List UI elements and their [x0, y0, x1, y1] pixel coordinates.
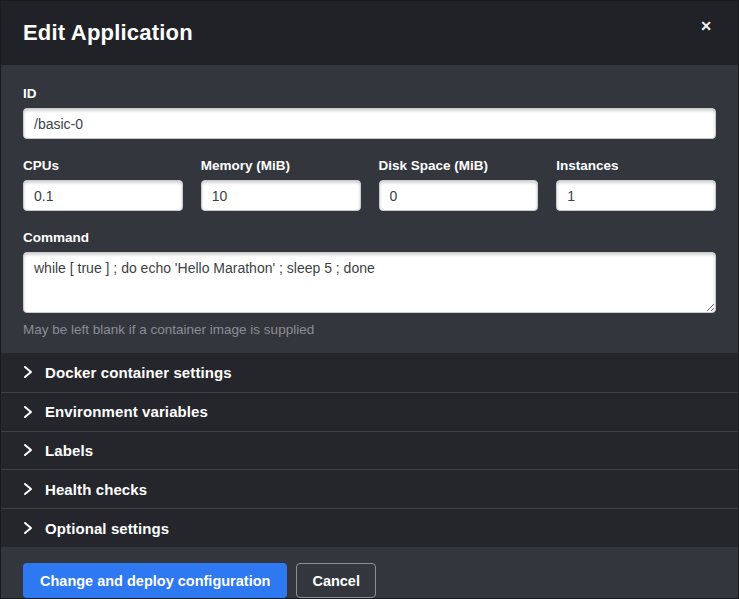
disk-space-label: Disk Space (MiB)	[379, 158, 539, 173]
command-textarea[interactable]: while [ true ] ; do echo 'Hello Marathon…	[23, 252, 716, 313]
instances-input[interactable]	[556, 180, 716, 211]
chevron-right-icon	[23, 521, 33, 535]
id-input[interactable]	[23, 108, 716, 139]
cancel-button[interactable]: Cancel	[296, 563, 376, 598]
edit-application-modal: Edit Application ✕ ID CPUs Memory (MiB) …	[0, 0, 739, 599]
section-labels[interactable]: Labels	[1, 431, 738, 470]
cpus-field-group: CPUs	[23, 158, 183, 211]
memory-input[interactable]	[201, 180, 361, 211]
section-label: Optional settings	[45, 520, 169, 537]
chevron-right-icon	[23, 443, 33, 457]
command-label: Command	[23, 230, 716, 245]
disk-space-field-group: Disk Space (MiB)	[379, 158, 539, 211]
close-icon[interactable]: ✕	[696, 15, 716, 37]
instances-field-group: Instances	[556, 158, 716, 211]
change-and-deploy-button[interactable]: Change and deploy configuration	[23, 563, 287, 598]
edit-application-form: ID CPUs Memory (MiB) Disk Space (MiB) In…	[1, 65, 738, 353]
memory-field-group: Memory (MiB)	[201, 158, 361, 211]
id-field-group: ID	[23, 86, 716, 139]
memory-label: Memory (MiB)	[201, 158, 361, 173]
chevron-right-icon	[23, 405, 33, 419]
disk-space-input[interactable]	[379, 180, 539, 211]
section-health-checks[interactable]: Health checks	[1, 469, 738, 508]
modal-title: Edit Application	[23, 20, 193, 46]
command-field-group: Command while [ true ] ; do echo 'Hello …	[23, 230, 716, 337]
section-docker-container-settings[interactable]: Docker container settings	[1, 353, 738, 392]
cpus-label: CPUs	[23, 158, 183, 173]
collapsible-sections: Docker container settings Environment va…	[1, 353, 738, 547]
cpus-input[interactable]	[23, 180, 183, 211]
section-label: Environment variables	[45, 403, 208, 420]
id-label: ID	[23, 86, 716, 101]
section-optional-settings[interactable]: Optional settings	[1, 508, 738, 547]
instances-label: Instances	[556, 158, 716, 173]
chevron-right-icon	[23, 365, 33, 379]
section-label: Labels	[45, 442, 93, 459]
section-environment-variables[interactable]: Environment variables	[1, 392, 738, 431]
command-help-text: May be left blank if a container image i…	[23, 322, 716, 337]
section-label: Health checks	[45, 481, 147, 498]
chevron-right-icon	[23, 482, 33, 496]
modal-header: Edit Application ✕	[1, 1, 738, 65]
section-label: Docker container settings	[45, 364, 232, 381]
modal-footer: Change and deploy configuration Cancel	[1, 547, 738, 599]
resources-row: CPUs Memory (MiB) Disk Space (MiB) Insta…	[23, 158, 716, 211]
